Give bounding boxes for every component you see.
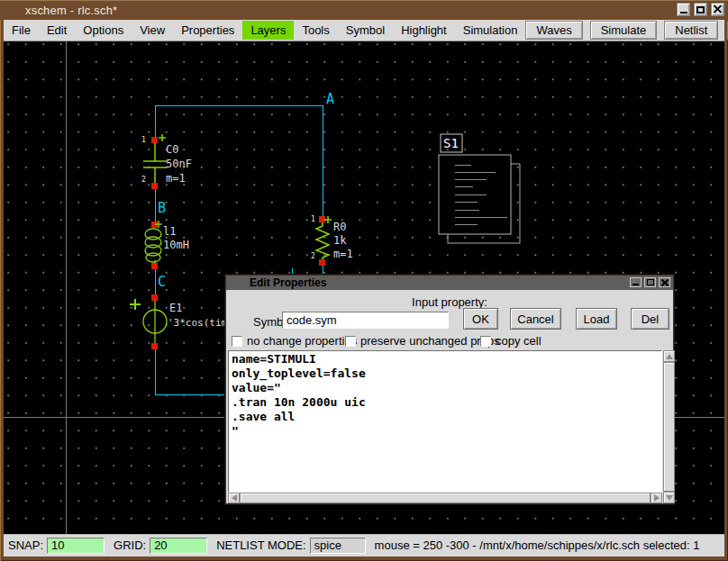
arrow-up-icon [666, 354, 673, 359]
window-titlebar[interactable]: xschem - rlc.sch* [0, 0, 728, 20]
dialog-titlebar[interactable]: Edit Properties [226, 276, 673, 290]
menu-options[interactable]: Options [75, 21, 132, 40]
snap-label: SNAP: [8, 538, 43, 552]
simulate-button[interactable]: Simulate [590, 21, 658, 40]
capacitor-value: 50nF [166, 158, 192, 170]
window-controls [677, 3, 724, 16]
mouse-coordinates-info: mouse = 250 -300 - /mnt/x/home/schippes/… [375, 538, 700, 552]
input-property-label: Input property: [226, 295, 673, 309]
checkbox-label: copy cell [496, 334, 541, 348]
pin-square [319, 259, 325, 266]
menu-file[interactable]: File [4, 21, 39, 40]
menu-view[interactable]: View [132, 21, 173, 40]
load-button[interactable]: Load [576, 308, 617, 330]
menu-symbol[interactable]: Symbol [338, 21, 393, 40]
menubar-right-buttons: Waves Simulate Netlist Help [525, 21, 728, 40]
net-label-a[interactable]: A [326, 91, 334, 107]
inductor-value: 10mH [163, 239, 189, 251]
code-block-s1[interactable]: S1 [439, 134, 520, 243]
grid-label: GRID: [114, 538, 146, 552]
close-icon [661, 279, 669, 286]
arrow-down-icon [666, 495, 673, 501]
pin-square [151, 294, 158, 301]
xschem-window: xschem - rlc.sch* File Edit Options View… [0, 0, 728, 561]
maximize-button[interactable] [694, 3, 707, 16]
checkbox-label: no change properties [247, 334, 357, 348]
scroll-left-button[interactable] [228, 493, 240, 503]
close-button[interactable] [711, 3, 724, 16]
menubar: File Edit Options View Properties Layers… [4, 20, 724, 41]
resistor-name: R0 [333, 221, 346, 233]
capacitor-name: C0 [166, 143, 178, 156]
properties-textarea[interactable]: name=STIMULI only_toplevel=false value="… [228, 350, 662, 493]
statusbar: SNAP: GRID: NETLIST MODE: mouse = 250 -3… [4, 534, 724, 556]
source-name: E1 [169, 302, 182, 314]
resistor-mult: m=1 [333, 248, 353, 260]
menu-tools[interactable]: Tools [294, 21, 337, 40]
menu-simulation[interactable]: Simulation [455, 21, 526, 40]
minimize-icon [632, 284, 639, 285]
waves-button[interactable]: Waves [525, 21, 582, 40]
checkbox-icon[interactable] [232, 336, 242, 347]
horizontal-scrollbar-thumb[interactable] [240, 493, 651, 503]
net-label-c[interactable]: C [158, 274, 166, 290]
inductor-l1[interactable]: l1 10mH [145, 221, 189, 269]
net-label-b[interactable]: B [158, 200, 166, 216]
checkbox-copy-cell[interactable]: copy cell [480, 334, 541, 348]
snap-input[interactable] [47, 538, 105, 554]
minimize-icon [680, 12, 687, 14]
dialog-maximize-button[interactable] [644, 277, 656, 287]
resistor-r0[interactable]: 1 2 R0 1k m=1 [311, 215, 353, 266]
horizontal-scrollbar[interactable] [228, 493, 662, 503]
pin-square [319, 216, 325, 222]
svg-text:2: 2 [141, 176, 146, 184]
pin-square [151, 263, 158, 269]
checkbox-icon[interactable] [480, 336, 491, 347]
dialog-title: Edit Properties [250, 276, 326, 289]
capacitor-mult: m=1 [166, 172, 186, 185]
window-title: xschem - rlc.sch* [25, 4, 117, 17]
checkbox-label: preserve unchanged props [360, 334, 500, 348]
pin-square [151, 137, 158, 143]
scroll-right-button[interactable] [651, 493, 662, 503]
code-block-label: S1 [443, 136, 459, 150]
scroll-down-button[interactable] [663, 492, 675, 503]
resistor-value: 1k [333, 234, 347, 247]
netlist-mode-input[interactable] [310, 538, 366, 554]
menu-highlight[interactable]: Highlight [393, 21, 455, 40]
capacitor-c0[interactable]: 1 2 C0 50nF m=1 [141, 134, 192, 189]
del-button[interactable]: Del [631, 308, 669, 330]
svg-text:1: 1 [311, 215, 315, 223]
checkbox-no-change-properties[interactable]: no change properties [232, 334, 357, 348]
vertical-scrollbar[interactable] [663, 350, 675, 503]
symbol-input[interactable] [282, 312, 449, 329]
checkbox-icon[interactable] [345, 336, 356, 347]
vertical-scrollbar-thumb[interactable] [663, 362, 675, 492]
dialog-minimize-button[interactable] [630, 277, 642, 287]
dialog-body: Input property: Symbol OK Cancel Load De… [226, 290, 673, 503]
menu-properties[interactable]: Properties [173, 21, 242, 40]
cancel-button[interactable]: Cancel [510, 308, 561, 330]
grid-input[interactable] [150, 538, 207, 554]
maximize-icon [696, 6, 705, 14]
dialog-close-button[interactable] [659, 277, 670, 287]
checkbox-preserve-unchanged-props[interactable]: preserve unchanged props [345, 334, 500, 348]
close-icon [714, 5, 722, 14]
maximize-icon [647, 279, 654, 285]
menu-edit[interactable]: Edit [39, 21, 75, 40]
scroll-up-button[interactable] [663, 350, 675, 362]
arrow-right-icon [654, 494, 660, 502]
minimize-button[interactable] [677, 3, 690, 16]
arrow-left-icon [232, 494, 237, 502]
schematic-canvas[interactable]: 1 2 C0 50nF m=1 l1 [4, 41, 724, 534]
edit-properties-dialog: Edit Properties Input property: Symbol O… [225, 275, 674, 504]
pin-square [151, 183, 158, 189]
pin-square [151, 343, 158, 349]
ok-button[interactable]: OK [463, 308, 498, 330]
svg-text:2: 2 [311, 252, 315, 260]
netlist-mode-label: NETLIST MODE: [216, 538, 305, 552]
netlist-button[interactable]: Netlist [664, 21, 718, 40]
svg-text:1: 1 [141, 136, 146, 144]
menu-layers[interactable]: Layers [242, 21, 294, 40]
inductor-name: l1 [163, 225, 176, 238]
